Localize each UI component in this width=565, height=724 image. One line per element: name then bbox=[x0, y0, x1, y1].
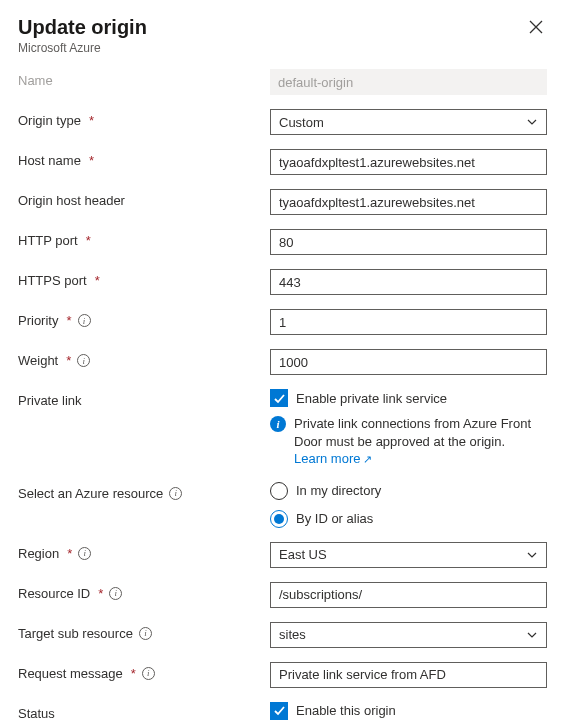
request-message-input[interactable] bbox=[270, 662, 547, 688]
radio-in-my-directory-label: In my directory bbox=[296, 483, 381, 498]
check-icon bbox=[273, 704, 286, 717]
required-indicator: * bbox=[131, 666, 136, 681]
http-port-label: HTTP port bbox=[18, 233, 78, 248]
panel-subtitle: Microsoft Azure bbox=[18, 41, 147, 55]
info-icon[interactable]: i bbox=[78, 547, 91, 560]
weight-label: Weight bbox=[18, 353, 58, 368]
select-azure-resource-label: Select an Azure resource bbox=[18, 486, 163, 501]
host-name-label: Host name bbox=[18, 153, 81, 168]
priority-input[interactable] bbox=[270, 309, 547, 335]
info-icon[interactable]: i bbox=[169, 487, 182, 500]
panel-title: Update origin bbox=[18, 16, 147, 39]
info-icon[interactable]: i bbox=[142, 667, 155, 680]
required-indicator: * bbox=[95, 273, 100, 288]
origin-host-header-input[interactable] bbox=[270, 189, 547, 215]
info-icon[interactable]: i bbox=[77, 354, 90, 367]
external-link-icon: ↗ bbox=[363, 453, 372, 465]
radio-by-id-or-alias-label: By ID or alias bbox=[296, 511, 373, 526]
name-value: default-origin bbox=[270, 69, 547, 95]
status-label: Status bbox=[18, 706, 55, 721]
https-port-input[interactable] bbox=[270, 269, 547, 295]
origin-type-label: Origin type bbox=[18, 113, 81, 128]
info-icon[interactable]: i bbox=[109, 587, 122, 600]
enable-this-origin-label: Enable this origin bbox=[296, 703, 396, 718]
required-indicator: * bbox=[89, 113, 94, 128]
info-icon: i bbox=[270, 416, 286, 432]
info-icon[interactable]: i bbox=[78, 314, 91, 327]
required-indicator: * bbox=[66, 313, 71, 328]
learn-more-link[interactable]: Learn more↗ bbox=[294, 451, 372, 466]
region-label: Region bbox=[18, 546, 59, 561]
resource-id-input[interactable] bbox=[270, 582, 547, 608]
check-icon bbox=[273, 392, 286, 405]
name-label: Name bbox=[18, 69, 270, 88]
radio-by-id-or-alias[interactable] bbox=[270, 510, 288, 528]
required-indicator: * bbox=[86, 233, 91, 248]
resource-id-label: Resource ID bbox=[18, 586, 90, 601]
private-link-label: Private link bbox=[18, 393, 82, 408]
close-icon bbox=[529, 20, 543, 34]
http-port-input[interactable] bbox=[270, 229, 547, 255]
request-message-label: Request message bbox=[18, 666, 123, 681]
origin-host-header-label: Origin host header bbox=[18, 193, 125, 208]
private-link-info-text: Private link connections from Azure Fron… bbox=[294, 416, 531, 449]
enable-private-link-label: Enable private link service bbox=[296, 391, 447, 406]
required-indicator: * bbox=[67, 546, 72, 561]
region-select[interactable]: East US bbox=[270, 542, 547, 568]
required-indicator: * bbox=[66, 353, 71, 368]
https-port-label: HTTPS port bbox=[18, 273, 87, 288]
radio-in-my-directory[interactable] bbox=[270, 482, 288, 500]
close-button[interactable] bbox=[525, 16, 547, 41]
enable-private-link-checkbox[interactable] bbox=[270, 389, 288, 407]
required-indicator: * bbox=[98, 586, 103, 601]
info-icon[interactable]: i bbox=[139, 627, 152, 640]
origin-type-select[interactable]: Custom bbox=[270, 109, 547, 135]
weight-input[interactable] bbox=[270, 349, 547, 375]
target-sub-resource-label: Target sub resource bbox=[18, 626, 133, 641]
priority-label: Priority bbox=[18, 313, 58, 328]
host-name-input[interactable] bbox=[270, 149, 547, 175]
target-sub-resource-select[interactable]: sites bbox=[270, 622, 547, 648]
required-indicator: * bbox=[89, 153, 94, 168]
enable-this-origin-checkbox[interactable] bbox=[270, 702, 288, 720]
